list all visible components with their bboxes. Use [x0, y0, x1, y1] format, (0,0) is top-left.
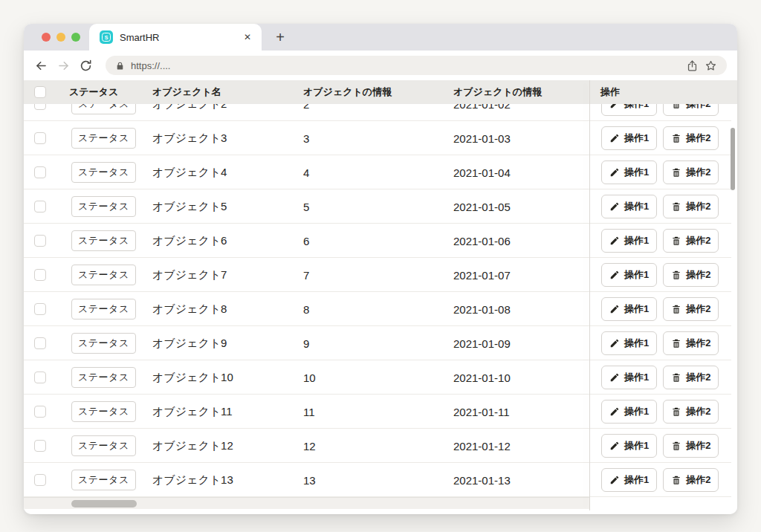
smarthr-favicon-icon: S [100, 30, 113, 44]
object-info-1-cell: 8 [303, 302, 309, 315]
action1-label: 操作1 [624, 405, 649, 418]
reload-icon[interactable] [79, 59, 93, 73]
row-checkbox[interactable] [34, 104, 46, 110]
header-object-info-1: オブジェクトの情報 [303, 80, 392, 104]
action2-button[interactable]: 操作2 [663, 229, 719, 253]
action2-button[interactable]: 操作2 [663, 400, 719, 424]
back-icon[interactable] [34, 59, 48, 73]
trash-icon [671, 475, 681, 485]
horizontal-scrollbar-thumb[interactable] [71, 500, 137, 507]
action1-button[interactable]: 操作1 [601, 160, 657, 184]
window-minimize-button[interactable] [56, 33, 65, 42]
row-checkbox[interactable] [34, 372, 46, 383]
action2-button[interactable]: 操作2 [663, 468, 719, 492]
table-row: ステータス オブジェクト2 2 2021-01-02 操作1 操作2 [24, 104, 731, 121]
object-info-1-cell: 6 [303, 234, 309, 247]
action2-button[interactable]: 操作2 [663, 263, 719, 287]
action1-button[interactable]: 操作1 [601, 104, 657, 116]
address-bar[interactable]: https://.... [106, 56, 727, 75]
object-info-2-cell: 2021-01-04 [453, 166, 511, 178]
action1-button[interactable]: 操作1 [601, 366, 657, 389]
row-actions: 操作1 操作2 [589, 189, 731, 223]
object-name-cell: オブジェクト6 [152, 233, 227, 247]
trash-icon [671, 201, 681, 212]
pencil-icon [609, 475, 620, 485]
object-info-1-cell: 4 [303, 166, 309, 178]
pencil-icon [609, 270, 620, 280]
action2-button[interactable]: 操作2 [663, 126, 719, 150]
row-checkbox[interactable] [34, 440, 46, 452]
trash-icon [671, 104, 681, 109]
action2-button[interactable]: 操作2 [663, 434, 719, 458]
row-checkbox[interactable] [34, 474, 46, 486]
horizontal-scrollbar[interactable] [24, 497, 589, 509]
table-row: ステータス オブジェクト12 12 2021-01-12 操作1 操作2 [24, 429, 731, 463]
row-checkbox[interactable] [34, 132, 46, 144]
tab-close-icon[interactable]: ✕ [244, 32, 251, 42]
window-close-button[interactable] [42, 33, 51, 42]
action2-label: 操作2 [686, 104, 710, 111]
row-checkbox[interactable] [34, 269, 46, 281]
action1-button[interactable]: 操作1 [601, 229, 657, 253]
tab-title: SmartHR [120, 32, 159, 43]
pencil-icon [609, 236, 620, 246]
table-row: ステータス オブジェクト6 6 2021-01-06 操作1 操作2 [24, 224, 731, 258]
action2-button[interactable]: 操作2 [663, 366, 719, 389]
action1-button[interactable]: 操作1 [601, 263, 657, 287]
share-icon[interactable] [686, 59, 699, 72]
action1-button[interactable]: 操作1 [601, 468, 657, 492]
trash-icon [671, 270, 681, 280]
browser-tab[interactable]: S SmartHR ✕ [89, 24, 262, 51]
action2-button[interactable]: 操作2 [663, 160, 719, 184]
action2-button[interactable]: 操作2 [663, 104, 719, 116]
window-zoom-button[interactable] [71, 33, 80, 42]
row-actions: 操作1 操作2 [589, 463, 731, 496]
object-info-2-cell: 2021-01-13 [453, 473, 511, 486]
row-checkbox[interactable] [34, 235, 46, 247]
header-status: ステータス [69, 80, 118, 104]
star-icon[interactable] [705, 59, 717, 72]
status-badge: ステータス [71, 401, 136, 422]
row-checkbox[interactable] [34, 166, 46, 178]
action2-label: 操作2 [686, 132, 710, 145]
select-all-checkbox[interactable] [34, 86, 46, 98]
pencil-icon [609, 372, 620, 383]
status-badge: ステータス [71, 162, 136, 183]
action2-label: 操作2 [686, 337, 710, 350]
action1-button[interactable]: 操作1 [601, 400, 657, 424]
trash-icon [671, 133, 681, 143]
object-info-2-cell: 2021-01-02 [453, 104, 511, 110]
action2-button[interactable]: 操作2 [663, 331, 719, 355]
action1-button[interactable]: 操作1 [601, 126, 657, 150]
action1-label: 操作1 [624, 473, 649, 487]
trash-icon [671, 372, 681, 383]
action1-button[interactable]: 操作1 [601, 331, 657, 355]
vertical-scrollbar-thumb[interactable] [731, 128, 735, 190]
trash-icon [671, 167, 681, 178]
forward-icon[interactable] [56, 59, 71, 73]
row-actions: 操作1 操作2 [589, 258, 731, 291]
table-page: ステータス オブジェクト名 オブジェクトの情報 オブジェクトの情報 操作 ステー… [24, 80, 737, 514]
action1-button[interactable]: 操作1 [601, 297, 657, 321]
action1-button[interactable]: 操作1 [601, 195, 657, 218]
trash-icon [671, 338, 681, 348]
object-info-2-cell: 2021-01-08 [453, 302, 511, 315]
object-info-2-cell: 2021-01-09 [453, 337, 511, 349]
trash-icon [671, 441, 681, 451]
row-checkbox[interactable] [34, 201, 46, 213]
action2-button[interactable]: 操作2 [663, 195, 719, 218]
action1-button[interactable]: 操作1 [601, 434, 657, 458]
action2-button[interactable]: 操作2 [663, 297, 719, 321]
action2-label: 操作2 [686, 405, 710, 418]
object-info-1-cell: 5 [303, 200, 309, 213]
action1-label: 操作1 [624, 104, 649, 111]
row-checkbox[interactable] [34, 406, 46, 418]
pencil-icon [609, 304, 620, 314]
row-actions: 操作1 操作2 [589, 104, 731, 120]
object-info-1-cell: 11 [303, 405, 315, 418]
row-checkbox[interactable] [34, 337, 46, 349]
object-name-cell: オブジェクト4 [152, 165, 227, 179]
object-info-2-cell: 2021-01-03 [453, 132, 511, 144]
row-checkbox[interactable] [34, 303, 46, 315]
new-tab-button[interactable]: + [271, 28, 290, 46]
